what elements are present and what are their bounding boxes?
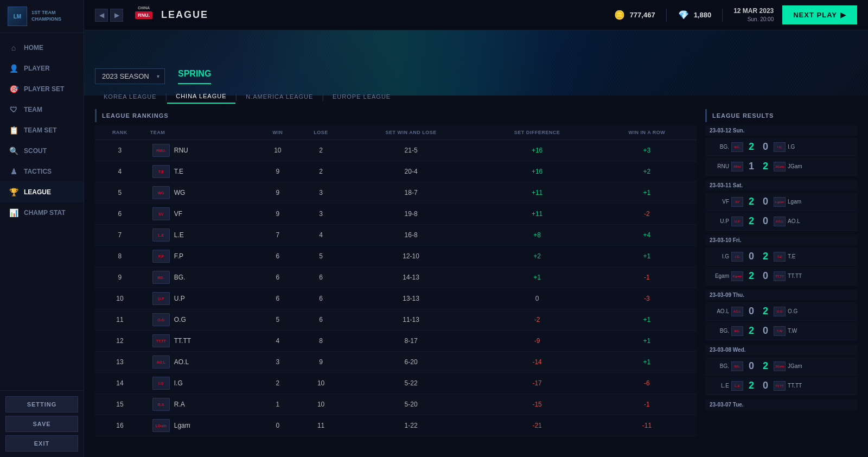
sidebar-item-label: TEAM bbox=[24, 106, 42, 113]
result-score1: 0 bbox=[749, 360, 754, 372]
result-logo1: BG. bbox=[731, 142, 743, 152]
result-score2: 2 bbox=[763, 306, 768, 317]
rank-cell: 4 bbox=[95, 161, 145, 182]
win-cell: 6 bbox=[258, 267, 297, 288]
result-score2: 0 bbox=[763, 141, 768, 153]
rank-cell: 16 bbox=[95, 415, 145, 436]
save-button[interactable]: SAVE bbox=[5, 416, 78, 432]
setting-button[interactable]: SETTING bbox=[5, 396, 78, 412]
row-cell: -1 bbox=[597, 394, 697, 415]
rank-cell: 15 bbox=[95, 394, 145, 415]
next-play-button[interactable]: NEXT PLAY ▶ bbox=[782, 5, 857, 24]
results-scroll[interactable]: 23-03-12 Sun. BG. BG. 2 0 I.G I.G RNU RN… bbox=[705, 125, 857, 452]
team-name: Lgam bbox=[174, 422, 190, 429]
set-wl-cell: 1-22 bbox=[345, 415, 477, 436]
results-date: 23-03-12 Sun. bbox=[705, 125, 857, 136]
table-row: 5 WG WG 9 3 18-7 +11 +1 bbox=[95, 182, 697, 204]
result-team1-name: BG. bbox=[710, 144, 729, 150]
set-diff-cell: -14 bbox=[477, 352, 597, 373]
table-row: 7 L.E L.E 7 4 16-8 +8 +4 bbox=[95, 225, 697, 246]
team-cell: WG WG bbox=[145, 182, 259, 204]
win-cell: 10 bbox=[258, 140, 297, 161]
sidebar-item-home[interactable]: ⌂ HOME bbox=[0, 37, 84, 58]
team-logo: O.G bbox=[152, 313, 170, 326]
champ-stat-icon: 📊 bbox=[9, 208, 18, 218]
tab-europe-league[interactable]: EUROPE LEAGUE bbox=[324, 90, 399, 103]
tab-china-league[interactable]: CHINA LEAGUE bbox=[167, 90, 235, 104]
lose-cell: 5 bbox=[297, 246, 344, 267]
result-row: VF SV 2 0 Lgam Lgam bbox=[705, 193, 857, 211]
lose-cell: 11 bbox=[297, 415, 344, 436]
result-team2-name: JGam bbox=[788, 363, 807, 369]
season-select[interactable]: 2023 SEASON bbox=[95, 68, 165, 84]
results-panel: LEAGUE RESULTS 23-03-12 Sun. BG. BG. 2 0… bbox=[705, 109, 857, 452]
rank-cell: 10 bbox=[95, 288, 145, 309]
home-icon: ⌂ bbox=[9, 43, 18, 53]
sidebar-item-team-set[interactable]: 📋 TEAM SET bbox=[0, 120, 84, 141]
sidebar-item-tactics[interactable]: ♟ TACTICS bbox=[0, 161, 84, 182]
team-logo: RNU. bbox=[152, 144, 170, 157]
logo-text: 1ST TEAM CHAMPIONS bbox=[31, 10, 61, 22]
page-title: LEAGUE bbox=[161, 9, 208, 21]
results-date-group: 23-03-12 Sun. BG. BG. 2 0 I.G I.G RNU RN… bbox=[705, 125, 857, 176]
player-set-icon: 🎯 bbox=[9, 84, 18, 94]
rankings-table-wrap[interactable]: RANK TEAM WIN LOSE SET WIN AND LOSE SET … bbox=[95, 125, 697, 452]
sidebar-item-player-set[interactable]: 🎯 PLAYER SET bbox=[0, 79, 84, 99]
sidebar-item-league[interactable]: 🏆 LEAGUE bbox=[0, 182, 84, 202]
lose-cell: 10 bbox=[297, 373, 344, 394]
result-team1-name: AO.L bbox=[710, 308, 729, 314]
set-diff-cell: 0 bbox=[477, 288, 597, 309]
team-name: WG bbox=[174, 189, 186, 196]
set-wl-cell: 13-13 bbox=[345, 288, 477, 309]
result-team2-name: T.W bbox=[788, 328, 807, 334]
result-logo2: O.G bbox=[774, 307, 786, 316]
sidebar-item-player[interactable]: 👤 PLAYER bbox=[0, 58, 84, 79]
tab-korea-league[interactable]: KOREA LEAGUE bbox=[95, 90, 165, 103]
result-team2-name: I.G bbox=[788, 144, 807, 150]
table-row: 15 R.A R.A 1 10 5-20 -15 -1 bbox=[95, 394, 697, 415]
date-block: 12 MAR 2023 Sun. 20:00 bbox=[733, 7, 774, 23]
main-content: ◀ ▶ RNU. LEAGUE 🪙 777,467 💎 1,880 12 MAR… bbox=[84, 0, 868, 457]
result-row: L.E L.E 2 0 TT.TT TT.TT bbox=[705, 377, 857, 395]
result-team1-name: I.G bbox=[710, 253, 729, 259]
sidebar-item-team[interactable]: 🛡 TEAM bbox=[0, 99, 84, 120]
result-team1-name: RNU bbox=[710, 163, 729, 169]
gems-stat: 💎 1,880 bbox=[678, 9, 712, 21]
result-row: BG. BG. 2 0 I.G I.G bbox=[705, 138, 857, 156]
win-cell: 1 bbox=[258, 394, 297, 415]
team-logo: BG. bbox=[152, 271, 170, 284]
results-date: 23-03-10 Fri. bbox=[705, 235, 857, 245]
table-row: 10 U.P U.P 6 6 13-13 0 -3 bbox=[95, 288, 697, 309]
result-score2: 0 bbox=[763, 380, 768, 391]
team-name: F.P bbox=[174, 252, 183, 260]
set-diff-cell: -17 bbox=[477, 373, 597, 394]
col-set-wl: SET WIN AND LOSE bbox=[345, 125, 477, 140]
results-date-group: 23-03-11 Sat. VF SV 2 0 Lgam Lgam U.P U.… bbox=[705, 180, 857, 231]
team-cell: F.P F.P bbox=[145, 246, 259, 267]
result-row: BG. BG. 0 2 JGam JGam bbox=[705, 357, 857, 376]
result-score2: 2 bbox=[763, 360, 768, 372]
rankings-panel: LEAGUE RANKINGS RANK TEAM WIN LOSE SET W… bbox=[95, 109, 697, 452]
time-value: Sun. 20:00 bbox=[748, 16, 774, 22]
result-row: BG. BG. 2 0 T.W T.W bbox=[705, 322, 857, 340]
result-score2: 0 bbox=[763, 196, 768, 207]
set-diff-cell: +8 bbox=[477, 225, 597, 246]
spring-tab[interactable]: SPRING bbox=[178, 69, 211, 84]
result-logo1: SV bbox=[731, 197, 743, 207]
result-team2-name: JGam bbox=[788, 163, 807, 169]
result-score1: 2 bbox=[749, 380, 754, 391]
back-button[interactable]: ◀ bbox=[95, 9, 108, 22]
league-logo: RNU. bbox=[132, 5, 156, 26]
win-cell: 2 bbox=[258, 373, 297, 394]
lose-cell: 6 bbox=[297, 309, 344, 331]
results-date: 23-03-09 Thu. bbox=[705, 290, 857, 300]
team-cell: RNU. RNU bbox=[145, 140, 259, 161]
team-name: AO.L bbox=[174, 358, 189, 366]
exit-button[interactable]: EXIT bbox=[5, 435, 78, 452]
result-row: U.P U.P 2 0 AO.L AO.L bbox=[705, 212, 857, 231]
tab-namerica-league[interactable]: N.AMERICA LEAGUE bbox=[237, 90, 322, 103]
team-name: TT.TT bbox=[174, 337, 191, 345]
forward-button[interactable]: ▶ bbox=[110, 9, 123, 22]
sidebar-item-scout[interactable]: 🔍 SCOUT bbox=[0, 141, 84, 161]
sidebar-item-champ-stat[interactable]: 📊 CHAMP STAT bbox=[0, 202, 84, 223]
